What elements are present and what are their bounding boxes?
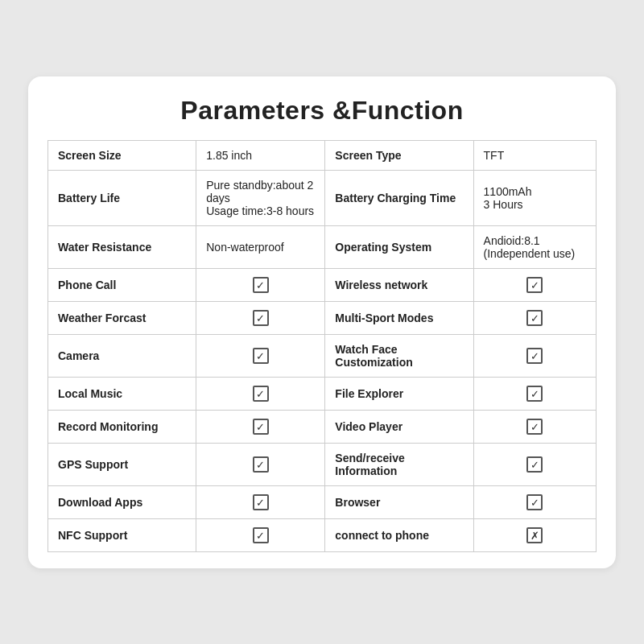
right-value: ✓ bbox=[473, 443, 596, 485]
table-row: Screen Size1.85 inchScreen TypeTFT bbox=[48, 140, 597, 170]
left-value: ✓ bbox=[196, 518, 325, 551]
right-label: Send/receive Information bbox=[325, 443, 473, 485]
left-label: Weather Forcast bbox=[48, 301, 196, 334]
table-row: Weather Forcast✓Multi-Sport Modes✓ bbox=[48, 301, 597, 334]
checkbox-checked-icon: ✓ bbox=[253, 386, 269, 402]
checkbox-checked-icon: ✓ bbox=[526, 419, 543, 435]
right-value: Andioid:8.1(Independent use) bbox=[473, 225, 596, 268]
left-value: ✓ bbox=[196, 334, 325, 377]
right-label: Watch Face Customization bbox=[325, 334, 473, 377]
table-row: Record Monitoring✓Video Player✓ bbox=[48, 410, 597, 443]
left-value: 1.85 inch bbox=[196, 140, 325, 170]
left-label: GPS Support bbox=[48, 443, 196, 485]
checkbox-checked-icon: ✓ bbox=[253, 456, 269, 473]
left-value: Non-waterproof bbox=[196, 225, 325, 268]
left-value: ✓ bbox=[196, 485, 325, 518]
left-label: NFC Support bbox=[48, 518, 196, 551]
right-label: Screen Type bbox=[325, 140, 473, 170]
left-label: Camera bbox=[48, 334, 196, 377]
right-value: ✓ bbox=[473, 485, 596, 518]
right-label: Browser bbox=[325, 485, 473, 518]
checkbox-checked-icon: ✓ bbox=[253, 348, 269, 364]
right-value: TFT bbox=[473, 140, 596, 170]
left-value: Pure standby:about 2 daysUsage time:3-8 … bbox=[196, 170, 325, 225]
right-value: ✗ bbox=[473, 518, 596, 551]
checkbox-checked-icon: ✓ bbox=[526, 494, 543, 510]
left-label: Battery Life bbox=[48, 170, 196, 225]
left-value: ✓ bbox=[196, 443, 325, 485]
checkbox-checked-icon: ✓ bbox=[253, 527, 269, 543]
left-label: Download Apps bbox=[48, 485, 196, 518]
checkbox-checked-icon: ✓ bbox=[253, 419, 269, 435]
table-row: GPS Support✓Send/receive Information✓ bbox=[48, 443, 597, 485]
checkbox-checked-icon: ✓ bbox=[526, 310, 543, 326]
left-label: Local Music bbox=[48, 377, 196, 410]
table-row: Download Apps✓Browser✓ bbox=[48, 485, 597, 518]
left-value: ✓ bbox=[196, 268, 325, 301]
table-row: Phone Call✓Wireless network✓ bbox=[48, 268, 597, 301]
table-row: Camera✓Watch Face Customization✓ bbox=[48, 334, 597, 377]
checkbox-checked-icon: ✓ bbox=[253, 310, 269, 326]
main-card: Parameters &Function Screen Size1.85 inc… bbox=[28, 76, 616, 568]
checkbox-checked-icon: ✓ bbox=[526, 277, 543, 293]
left-value: ✓ bbox=[196, 377, 325, 410]
table-row: NFC Support✓connect to phone✗ bbox=[48, 518, 597, 551]
params-table: Screen Size1.85 inchScreen TypeTFTBatter… bbox=[47, 140, 597, 552]
right-value: ✓ bbox=[473, 334, 596, 377]
checkbox-checked-icon: ✓ bbox=[253, 494, 269, 510]
checkbox-checked-icon: ✓ bbox=[526, 386, 543, 402]
table-row: Battery LifePure standby:about 2 daysUsa… bbox=[48, 170, 597, 225]
table-row: Water ResistanceNon-waterproofOperating … bbox=[48, 225, 597, 268]
right-label: Multi-Sport Modes bbox=[325, 301, 473, 334]
left-value: ✓ bbox=[196, 410, 325, 443]
right-value: 1100mAh3 Hours bbox=[473, 170, 596, 225]
right-label: Video Player bbox=[325, 410, 473, 443]
left-label: Record Monitoring bbox=[48, 410, 196, 443]
table-row: Local Music✓File Explorer✓ bbox=[48, 377, 597, 410]
left-label: Phone Call bbox=[48, 268, 196, 301]
right-label: Wireless network bbox=[325, 268, 473, 301]
right-value: ✓ bbox=[473, 301, 596, 334]
left-value: ✓ bbox=[196, 301, 325, 334]
left-label: Screen Size bbox=[48, 140, 196, 170]
checkbox-checked-icon: ✓ bbox=[526, 456, 543, 473]
right-label: File Explorer bbox=[325, 377, 473, 410]
checkbox-checked-icon: ✓ bbox=[526, 348, 543, 364]
right-value: ✓ bbox=[473, 268, 596, 301]
page-title: Parameters &Function bbox=[47, 96, 597, 126]
right-label: Operating System bbox=[325, 225, 473, 268]
right-value: ✓ bbox=[473, 410, 596, 443]
checkbox-x-icon: ✗ bbox=[526, 527, 543, 543]
left-label: Water Resistance bbox=[48, 225, 196, 268]
right-label: connect to phone bbox=[325, 518, 473, 551]
checkbox-checked-icon: ✓ bbox=[253, 277, 269, 293]
right-label: Battery Charging Time bbox=[325, 170, 473, 225]
right-value: ✓ bbox=[473, 377, 596, 410]
